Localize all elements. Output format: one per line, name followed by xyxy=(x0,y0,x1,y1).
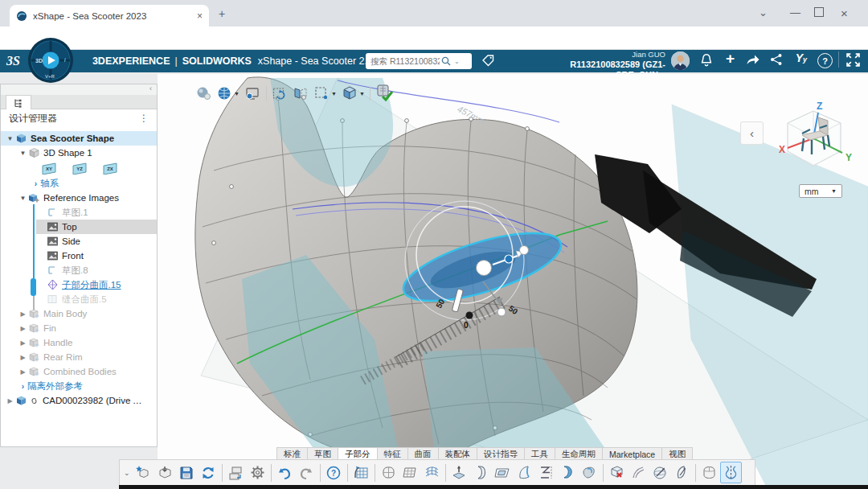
user-avatar[interactable] xyxy=(671,51,690,70)
collapsed-icon[interactable]: ▶ xyxy=(18,354,27,361)
tree-item-fin[interactable]: ▶ Fin xyxy=(1,321,157,335)
units-dropdown[interactable]: mm ▼ xyxy=(799,184,842,198)
bend-surface-button[interactable] xyxy=(470,462,492,483)
exit-subdivision-button[interactable] xyxy=(373,84,397,103)
plane-yz-icon[interactable]: YZ xyxy=(72,162,91,175)
blue-handle-dot[interactable] xyxy=(505,255,513,263)
panel-menu-kebab-icon[interactable]: ⋮ xyxy=(139,113,149,124)
search-input[interactable] xyxy=(369,55,441,67)
tree-item-subdivision-surface[interactable]: 子部分曲面.15 xyxy=(1,277,157,292)
symmetry-button[interactable] xyxy=(720,462,742,483)
tree-item-cad-assembly[interactable]: ▶ CAD00023982 (Drive Assembl... xyxy=(1,393,157,408)
origin-dot[interactable] xyxy=(466,312,473,319)
planar-grid-button[interactable] xyxy=(399,462,421,483)
tree-item-isolate-external-refs[interactable]: › 隔离外部参考 xyxy=(1,379,157,393)
delete-face-button[interactable] xyxy=(606,462,628,483)
collapsed-icon[interactable]: ▶ xyxy=(18,368,27,376)
tab-close-icon[interactable]: × xyxy=(197,10,203,22)
dropdown-chevron-icon[interactable]: ▼ xyxy=(359,91,365,97)
curve-modify-button[interactable] xyxy=(628,462,649,483)
redo-button[interactable] xyxy=(296,462,317,483)
browser-tab[interactable]: xShape - Sea Scooter 2023 × xyxy=(10,5,209,27)
new-part-button[interactable] xyxy=(133,462,154,483)
view-orientation-button[interactable]: ▼ xyxy=(339,84,367,103)
share-forward-icon[interactable] xyxy=(746,54,760,66)
search-scope-chevron-icon[interactable]: ⌄ xyxy=(454,58,460,65)
tree-item-root[interactable]: ▼ Sea Scooter Shape xyxy=(1,131,157,146)
collapsed-icon[interactable]: ▶ xyxy=(18,310,27,318)
window-minimize-icon[interactable]: — xyxy=(790,6,800,18)
center-handle[interactable] xyxy=(477,261,492,276)
mirror-display-button[interactable] xyxy=(290,84,311,103)
tree-item-3d-shape[interactable]: ▼ 3D Shape 1 xyxy=(1,146,157,160)
undo-button[interactable] xyxy=(274,462,296,483)
expand-icon[interactable]: ▼ xyxy=(18,195,27,202)
properties-copy-button[interactable] xyxy=(225,462,247,483)
tree-item-combined-bodies[interactable]: ▶ Combined Bodies xyxy=(1,364,157,379)
tree-item-axes[interactable]: › 轴系 xyxy=(1,176,157,191)
window-chevron-icon[interactable]: ⌄ xyxy=(759,6,768,18)
collapsed-link-icon[interactable]: › xyxy=(18,382,27,391)
tree-item-reference-images[interactable]: ▼ Reference Images xyxy=(1,191,157,205)
help-icon[interactable]: ? xyxy=(817,53,833,68)
collapsed-icon[interactable]: ▶ xyxy=(6,397,14,405)
tree-item-rear-rim[interactable]: ▶ Rear Rim xyxy=(1,350,157,364)
tree-item-stitched-surface[interactable]: 缝合曲面.5 xyxy=(1,292,157,306)
dropdown-chevron-icon[interactable]: ▼ xyxy=(234,91,240,97)
panel-collapse-button[interactable]: ‹ xyxy=(740,121,764,145)
help-button[interactable]: ? xyxy=(323,462,345,483)
petal-surface-button[interactable] xyxy=(671,462,693,483)
pull-surface-button[interactable] xyxy=(448,462,470,483)
dropdown-chevron-icon[interactable]: ▼ xyxy=(331,91,337,97)
tree-item-sketch8[interactable]: 草图.8 xyxy=(1,263,157,277)
save-button[interactable] xyxy=(176,462,198,483)
view-orientation-widget[interactable]: Z X Y xyxy=(778,101,858,180)
toolbar-overflow-chevron-icon[interactable]: ⌄ xyxy=(124,469,130,477)
top-search[interactable]: ⌄ xyxy=(366,53,472,69)
rotate-resize-view-button[interactable] xyxy=(269,84,290,103)
add-content-plus-icon[interactable]: + xyxy=(726,50,735,68)
subdivision-box-button[interactable] xyxy=(378,462,399,483)
view-modes-button[interactable]: ▼ xyxy=(214,84,242,103)
tree-item-front[interactable]: Front xyxy=(1,249,157,263)
plane-xy-icon[interactable]: XY xyxy=(41,162,60,175)
panel-collapse-chevron-icon[interactable]: ‹ xyxy=(149,84,152,92)
tree-item-sketch1[interactable]: 草图.1 xyxy=(1,205,157,220)
tree-item-main-body[interactable]: ▶ Main Body xyxy=(1,306,157,321)
control-mesh-button[interactable] xyxy=(421,462,443,483)
window-close-icon[interactable]: × xyxy=(841,6,848,20)
tree-item-side[interactable]: Side xyxy=(1,234,157,249)
notifications-bell-icon[interactable] xyxy=(699,53,714,68)
sketch-from-grid-button[interactable] xyxy=(350,462,372,483)
sweep-path-button[interactable] xyxy=(535,462,557,483)
expand-icon[interactable]: ▼ xyxy=(6,135,14,142)
new-tab-button[interactable]: + xyxy=(219,7,225,20)
tree-item-handle[interactable]: ▶ Handle xyxy=(1,335,157,350)
update-view-button[interactable] xyxy=(242,84,264,103)
shell-button[interactable] xyxy=(579,462,600,483)
sphere-deform-button[interactable] xyxy=(649,462,671,483)
thicken-surface-button[interactable] xyxy=(557,462,579,483)
white-handle-dot-end[interactable] xyxy=(520,246,529,255)
fullscreen-icon[interactable] xyxy=(846,53,860,67)
options-gear-button[interactable] xyxy=(247,462,268,483)
compass-widget[interactable]: 3D V+R i xyxy=(27,37,74,84)
shaded-view-button[interactable] xyxy=(193,84,214,103)
open-button[interactable] xyxy=(154,462,176,483)
subdivision-body-button[interactable] xyxy=(698,462,720,483)
expand-icon[interactable]: ▼ xyxy=(18,150,27,157)
swym-communities-icon[interactable]: Yy xyxy=(796,51,807,64)
sync-button[interactable] xyxy=(198,462,219,483)
app-title[interactable]: xShape - Sea Scooter 2... xyxy=(258,55,373,67)
tree-item-top[interactable]: Top xyxy=(36,220,157,234)
flex-surface-button[interactable] xyxy=(514,462,535,483)
window-maximize-icon[interactable] xyxy=(814,7,824,17)
plane-zx-icon[interactable]: ZX xyxy=(102,162,121,175)
share-network-icon[interactable] xyxy=(770,53,783,66)
box-select-button[interactable]: ▼ xyxy=(311,84,339,103)
collapsed-icon[interactable]: ▶ xyxy=(18,325,27,332)
tree-tab[interactable] xyxy=(6,95,31,109)
inset-frame-button[interactable] xyxy=(492,462,514,483)
scale-handle-dot[interactable] xyxy=(497,308,506,316)
collapsed-icon[interactable]: ▶ xyxy=(18,339,27,347)
